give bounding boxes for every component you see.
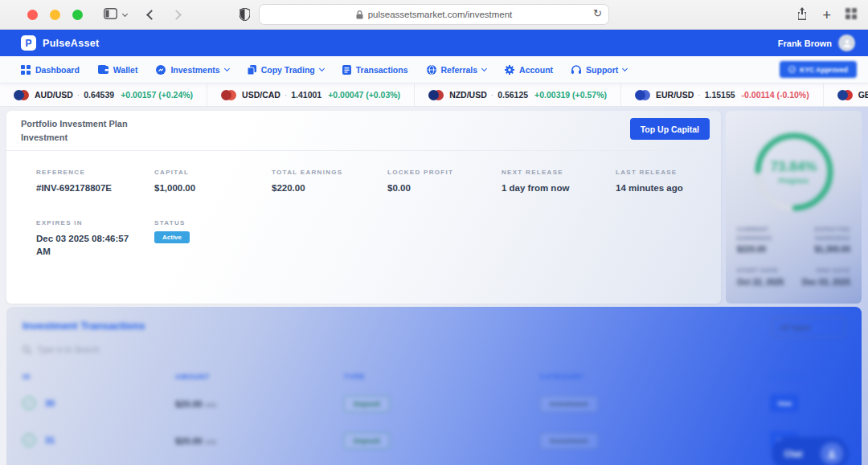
type-pill: Deposit [344,433,390,449]
nav-item-copy-trading[interactable]: Copy Trading [248,65,324,75]
separator: · [491,91,493,100]
category-pill: Investment [540,396,598,412]
nav-label: Account [519,65,553,75]
expires-value: Dec 03 2025 08:46:57 AM [36,232,141,259]
currency-flags-icon [221,90,236,100]
privacy-shield-icon[interactable] [240,8,250,23]
row-currency: USD [205,439,217,445]
stat-value: Oct 22, 2025 [737,278,792,287]
stat-value: $1,000.00 [154,182,272,195]
ticker-item-nzdusd[interactable]: NZD/USD · 0.56125 +0.00319 (+0.57%) [415,84,621,106]
kyc-approved-button[interactable]: KYC Approved [780,61,857,78]
search-input[interactable] [37,345,230,354]
window-minimize-button[interactable] [50,10,60,20]
stat-label: LOCKED PROFIT [387,169,502,176]
reload-button[interactable]: ↻ [593,7,602,19]
row-id: 30 [45,398,55,408]
url-text: pulseassetsmarket.com/investment [368,10,513,19]
pair-label: NZD/USD [449,90,487,100]
separator: · [77,91,80,100]
stat-label: END DATE [796,266,851,275]
stat-value: $220.00 [737,245,792,254]
stat-value: Dec 03, 2025 [796,278,851,287]
nav-item-account[interactable]: Account [505,65,553,75]
investment-transactions-card: Investment Transactions All Types ID AMO… [6,307,862,465]
chat-widget[interactable]: Chat [772,437,849,465]
column-actions: ACTIONS [770,373,862,381]
row-action-button[interactable]: View [770,394,799,412]
stat-label: TOTAL EARNINGS [272,169,387,176]
nav-item-wallet[interactable]: Wallet [98,65,138,75]
browser-forward-button[interactable] [171,10,182,20]
table-row: ✓ 31 $20.00USD Deposit Investment View [6,424,862,456]
stat-value: #INV-692178807E [36,182,154,195]
pair-label: GBP/USD [858,90,868,100]
address-bar[interactable]: pulseassetsmarket.com/investment ↻ [259,4,609,25]
pair-change: +0.00157 (+0.24%) [121,90,193,100]
person-icon [842,39,852,48]
window-close-button[interactable] [27,10,38,20]
nav-item-dashboard[interactable]: Dashboard [21,65,80,75]
progress-caption: Progress [779,177,809,185]
ticker-item-audusd[interactable]: AUD/USD · 0.64539 +0.00157 (+0.24%) [0,84,207,106]
pair-change: -0.00114 (-0.10%) [742,90,809,100]
chevron-down-icon [224,66,230,71]
row-amount: $20.00 [175,399,203,409]
currency-flags-icon [14,90,29,100]
column-id: ID [23,373,175,381]
check-circle-icon: ✓ [23,434,35,447]
screen: pulseassetsmarket.com/investment ↻ + P P… [0,0,868,465]
forex-ticker: AUD/USD · 0.64539 +0.00157 (+0.24%) USD/… [0,84,868,107]
window-zoom-button[interactable] [72,10,83,20]
top-up-capital-button[interactable]: Top Up Capital [630,118,710,140]
type-pill: Deposit [344,396,390,412]
ticker-item-gbpusd[interactable]: GBP/USD · 1.3093 +0.0024 (+0.18%) [824,84,868,106]
ticker-item-eurusd[interactable]: EUR/USD · 1.15155 -0.00114 (-0.10%) [621,84,824,106]
pair-label: EUR/USD [656,90,694,100]
app-header: P PulseAsset Frank Brown [0,30,868,56]
page-body: Portfolio Investment Plan Investment Top… [0,107,868,465]
headset-icon [571,65,581,75]
stat-label: NEXT RELEASE [502,169,616,176]
row-id: 31 [45,435,55,445]
avatar[interactable] [838,35,855,51]
stat-value: $220.00 [272,182,387,195]
stat-value: $0.00 [387,182,502,195]
browser-chrome: pulseassetsmarket.com/investment ↻ + [0,0,868,30]
sidebar-toggle-icon[interactable] [104,8,117,22]
kyc-label: KYC Approved [800,66,848,74]
plan-stats-row1: REFERENCE#INV-692178807E CAPITAL$1,000.0… [6,151,721,195]
nav-item-referrals[interactable]: Referrals [427,65,487,75]
separator: · [698,91,700,100]
nav-item-transactions[interactable]: Transactions [342,65,408,75]
currency-flags-icon [428,90,444,100]
transactions-icon [342,65,351,75]
plan-stats-row2: EXPIRES INDec 03 2025 08:46:57 AM STATUS… [6,195,721,259]
currency-flags-icon [837,90,853,100]
table-header-row: ID AMOUNT TYPE CATEGORY ACTIONS [6,373,862,381]
browser-back-button[interactable] [146,10,157,20]
transactions-search[interactable] [23,345,230,354]
sidebar-menu-chevron-icon[interactable] [122,10,128,16]
ticker-item-usdcad[interactable]: USD/CAD · 1.41001 +0.00047 (+0.03%) [207,84,415,106]
nav-item-investments[interactable]: Investments [156,65,228,75]
column-type: TYPE [344,373,540,381]
chevron-down-icon [319,66,325,71]
share-button[interactable] [796,7,808,22]
chevron-down-icon [622,66,628,71]
type-filter-dropdown[interactable]: All Types [772,317,845,337]
nav-item-support[interactable]: Support [571,65,627,75]
pair-value: 0.64539 [84,90,114,100]
brand-name[interactable]: PulseAsset [43,38,99,49]
dashboard-grid-icon [21,65,31,75]
stat-label: EXPECTED EARNINGS [796,225,851,243]
transactions-title: Investment Transactions [23,320,145,332]
nav-label: Referrals [441,65,478,75]
pair-change: +0.00319 (+0.57%) [534,90,607,100]
progress-ring: 73.84% Progress [754,132,834,212]
chevron-down-icon [481,66,487,71]
brand-logo-icon[interactable]: P [21,35,36,51]
tab-overview-button[interactable] [845,8,857,22]
new-tab-button[interactable]: + [822,8,831,22]
app-nav: Dashboard Wallet Investments Copy Tradin… [0,56,868,84]
